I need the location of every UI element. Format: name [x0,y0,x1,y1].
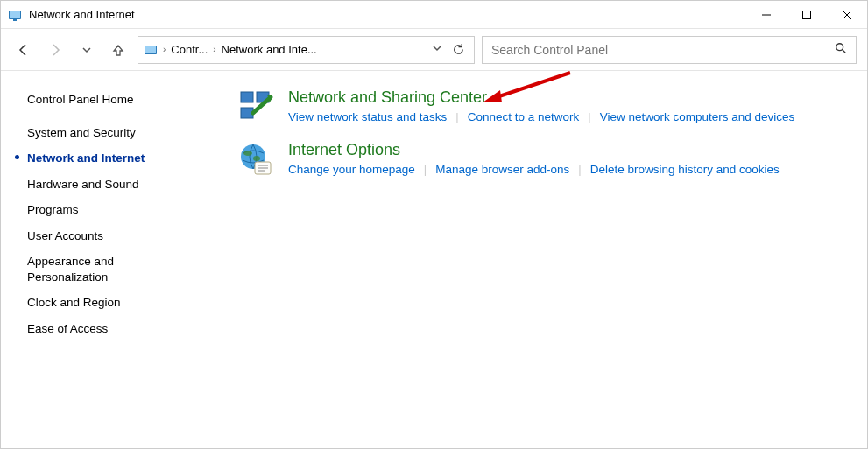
link-connect-to-network[interactable]: Connect to a network [468,110,580,123]
app-icon [8,8,22,22]
link-view-network-computers[interactable]: View network computers and devices [600,110,795,123]
search-icon[interactable] [835,42,847,57]
address-dropdown-button[interactable] [432,43,442,56]
search-input[interactable]: Search Control Panel [482,36,857,64]
link-manage-addons[interactable]: Manage browser add-ons [435,163,569,176]
link-view-network-status[interactable]: View network status and tasks [288,110,447,123]
svg-point-16 [253,156,260,161]
sidebar: Control Panel Home System and Security N… [1,71,211,448]
breadcrumb-seg-1[interactable]: Contr... [171,43,208,56]
back-button[interactable] [11,38,36,62]
main-area: Control Panel Home System and Security N… [1,71,867,448]
category-title[interactable]: Internet Options [288,141,850,159]
svg-rect-11 [241,92,253,102]
sidebar-item-ease-of-access[interactable]: Ease of Access [27,316,211,342]
svg-rect-8 [145,46,156,53]
window-title: Network and Internet [29,8,746,21]
minimize-button[interactable] [746,1,787,28]
separator: | [455,110,458,123]
sidebar-item-hardware-sound[interactable]: Hardware and Sound [27,172,211,198]
sidebar-item-system-security[interactable]: System and Security [27,120,211,146]
svg-line-10 [843,50,846,53]
category-network-sharing: Network and Sharing Center View network … [237,88,850,125]
chevron-right-icon[interactable]: › [163,45,166,54]
recent-locations-button[interactable] [74,38,99,62]
category-title[interactable]: Network and Sharing Center [288,88,850,107]
maximize-button[interactable] [787,1,827,28]
nav-row: › Contr... › Network and Inte... Search … [1,29,867,71]
sidebar-home[interactable]: Control Panel Home [27,87,211,113]
sidebar-item-clock-region[interactable]: Clock and Region [27,290,211,316]
network-sharing-icon [237,88,274,125]
svg-rect-1 [10,11,20,18]
svg-rect-2 [13,19,17,21]
breadcrumb-seg-2[interactable]: Network and Inte... [222,43,317,56]
sidebar-item-network-internet[interactable]: Network and Internet [27,145,211,172]
svg-point-15 [243,151,252,156]
internet-options-icon [237,141,274,178]
location-icon [144,43,158,57]
content-pane: Network and Sharing Center View network … [211,71,867,448]
category-internet-options: Internet Options Change your homepage | … [237,141,850,178]
separator: | [424,163,427,176]
close-button[interactable] [827,1,867,28]
titlebar: Network and Internet [1,1,867,29]
link-delete-history[interactable]: Delete browsing history and cookies [590,163,780,176]
svg-rect-4 [803,11,811,18]
separator: | [578,163,581,176]
window-controls [746,1,867,28]
separator: | [588,110,590,123]
sidebar-item-appearance[interactable]: Appearance and Personalization [27,249,176,290]
address-bar[interactable]: › Contr... › Network and Inte... [138,36,475,64]
chevron-right-icon[interactable]: › [213,45,215,54]
link-change-homepage[interactable]: Change your homepage [288,163,415,176]
forward-button[interactable] [43,38,67,62]
sidebar-item-programs[interactable]: Programs [27,197,211,223]
svg-point-9 [836,44,843,51]
up-button[interactable] [106,38,131,62]
refresh-button[interactable] [448,43,469,56]
sidebar-item-user-accounts[interactable]: User Accounts [27,223,211,249]
search-placeholder: Search Control Panel [491,43,835,57]
